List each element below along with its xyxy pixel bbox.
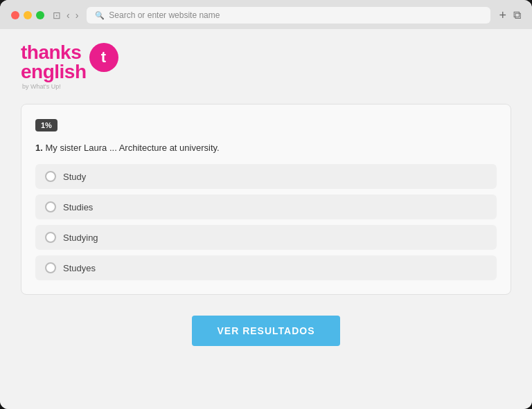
address-text: Search or enter website name <box>109 10 220 20</box>
search-icon: 🔍 <box>95 11 105 20</box>
new-tab-button[interactable]: + <box>499 8 506 23</box>
logo-by: by What's Up! <box>22 83 87 90</box>
logo-text: thanks english by What's Up! <box>21 43 87 90</box>
address-bar[interactable]: 🔍 Search or enter website name <box>87 7 490 24</box>
option-label-studyes: Studyes <box>63 263 96 273</box>
option-label-studying: Studying <box>63 233 98 243</box>
radio-studies[interactable] <box>45 201 56 212</box>
logo-english: english <box>21 62 87 82</box>
logo-container: thanks english by What's Up! t <box>21 43 118 90</box>
traffic-lights <box>11 11 44 19</box>
duplicate-tab-button[interactable]: ⧉ <box>513 9 521 21</box>
minimize-button[interactable] <box>24 11 32 19</box>
progress-badge: 1% <box>35 119 57 131</box>
forward-button[interactable]: › <box>76 10 79 20</box>
radio-studying[interactable] <box>45 232 56 243</box>
logo-t-letter: t <box>101 50 106 65</box>
option-item[interactable]: Studies <box>35 194 497 219</box>
option-item[interactable]: Studyes <box>35 255 497 280</box>
browser-content: thanks english by What's Up! t 1% 1. My … <box>0 29 532 409</box>
submit-area: VER RESULTADOS <box>21 316 511 346</box>
browser-actions: + ⧉ <box>499 8 521 23</box>
option-label-study: Study <box>63 172 86 182</box>
browser-chrome: ⊡ ‹ › 🔍 Search or enter website name + ⧉ <box>0 0 532 29</box>
quiz-card: 1% 1. My sister Laura ... Architecture a… <box>21 104 511 295</box>
window-icon: ⊡ <box>53 10 61 21</box>
browser-window: ⊡ ‹ › 🔍 Search or enter website name + ⧉… <box>0 0 532 409</box>
radio-study[interactable] <box>45 171 56 182</box>
question-number: 1. <box>35 143 43 153</box>
option-label-studies: Studies <box>63 202 93 212</box>
logo-circle: t <box>89 43 118 72</box>
close-button[interactable] <box>11 11 19 19</box>
option-item[interactable]: Studying <box>35 225 497 250</box>
logo-thanks: thanks <box>21 43 87 62</box>
submit-button[interactable]: VER RESULTADOS <box>192 316 339 346</box>
radio-studyes[interactable] <box>45 262 56 273</box>
back-button[interactable]: ‹ <box>66 10 70 20</box>
question-body: My sister Laura ... Architecture at univ… <box>45 143 219 153</box>
question-text: 1. My sister Laura ... Architecture at u… <box>35 143 497 153</box>
options-list: Study Studies Studying Studyes <box>35 164 497 280</box>
maximize-button[interactable] <box>36 11 44 19</box>
browser-controls: ⊡ ‹ › <box>53 10 78 21</box>
option-item[interactable]: Study <box>35 164 497 189</box>
logo-area: thanks english by What's Up! t <box>21 43 511 90</box>
